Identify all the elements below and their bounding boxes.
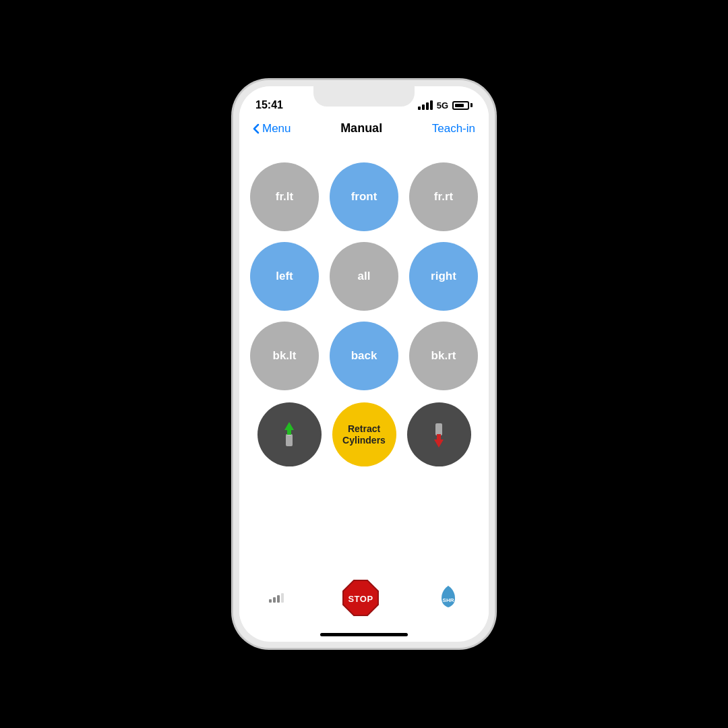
- bk-rt-button[interactable]: bk.rt: [409, 322, 478, 390]
- stop-sign-icon: STOP: [340, 578, 381, 618]
- front-button[interactable]: front: [330, 162, 398, 231]
- back-button[interactable]: back: [330, 322, 398, 390]
- status-icons: 5G: [418, 100, 473, 111]
- svg-rect-7: [437, 434, 441, 440]
- page-title: Manual: [340, 121, 382, 135]
- retract-cylinders-button[interactable]: Retract Cylinders: [332, 402, 396, 466]
- notch: [313, 86, 415, 107]
- home-indicator: [320, 633, 408, 636]
- phone-frame: 15:41 5G: [233, 80, 495, 648]
- bk-lt-button[interactable]: bk.lt: [250, 322, 319, 390]
- fr-rt-button[interactable]: fr.rt: [409, 162, 478, 231]
- svg-rect-0: [286, 434, 293, 446]
- svg-rect-3: [287, 429, 291, 435]
- bottom-bar: STOP SHR: [250, 572, 478, 626]
- status-time: 15:41: [255, 99, 283, 111]
- back-button[interactable]: Menu: [253, 122, 291, 135]
- stop-button[interactable]: STOP: [340, 578, 381, 618]
- extend-cylinder-button[interactable]: [257, 402, 322, 466]
- svg-marker-2: [284, 422, 294, 430]
- right-button[interactable]: right: [409, 242, 478, 311]
- network-type: 5G: [437, 100, 448, 111]
- cylinder-action-row: Retract Cylinders: [250, 402, 478, 466]
- svg-text:SHR: SHR: [443, 597, 454, 603]
- battery-icon: [452, 101, 473, 110]
- lower-cylinder-button[interactable]: [407, 402, 471, 466]
- bottom-signal-icon: [269, 593, 284, 603]
- svg-text:STOP: STOP: [348, 594, 373, 604]
- direction-grid: fr.lt front fr.rt left all right: [250, 162, 478, 390]
- fr-lt-button[interactable]: fr.lt: [250, 162, 319, 231]
- main-content: fr.lt front fr.rt left all right: [239, 141, 489, 633]
- shr-logo: SHR: [437, 584, 459, 611]
- back-label: Menu: [262, 122, 291, 135]
- svg-rect-4: [435, 423, 442, 435]
- phone-screen: 15:41 5G: [239, 86, 489, 642]
- left-button[interactable]: left: [250, 242, 319, 311]
- signal-icon: [418, 100, 433, 110]
- lower-icon: [421, 417, 457, 453]
- chevron-left-icon: [253, 123, 260, 134]
- all-button[interactable]: all: [330, 242, 398, 311]
- extend-icon: [271, 417, 307, 453]
- navigation-bar: Menu Manual Teach-in: [239, 119, 489, 141]
- svg-marker-6: [434, 439, 444, 448]
- teach-in-button[interactable]: Teach-in: [432, 122, 475, 135]
